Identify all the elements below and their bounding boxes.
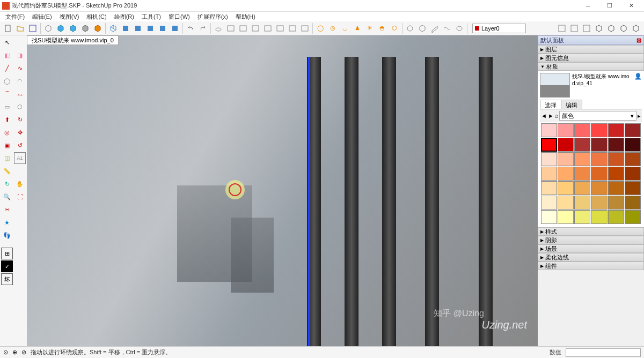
color-swatch[interactable] [625,138,641,152]
section-scenes[interactable]: ▶场景 [538,244,644,253]
nav-fwd-icon[interactable]: ► [548,113,554,119]
color-swatch[interactable] [625,167,641,181]
dome-icon[interactable]: ◓ [376,23,388,34]
ext1-icon[interactable] [556,23,568,34]
color-swatch[interactable] [608,123,624,137]
color-swatch[interactable] [574,152,590,166]
eraser2-tool-icon[interactable]: ◨ [14,49,26,61]
select-tool-icon[interactable]: ↖ [1,36,13,48]
section-soften[interactable]: ▶柔化边线 [538,253,644,262]
color-swatch[interactable] [558,152,574,166]
viewport[interactable]: 找SU模型就来 www.imod.vip_0 知乎 @Uzing Uzing.n… [27,35,538,346]
color-swatch[interactable] [541,123,557,137]
top-icon[interactable] [120,23,131,34]
tray-close-icon[interactable]: ⊠ [636,37,641,44]
color-swatch[interactable] [574,210,590,224]
tape-tool-icon[interactable]: 📏 [1,165,13,177]
nav-home-icon[interactable]: ⌂ [555,113,559,119]
color-swatch[interactable] [558,138,574,152]
ext2-icon[interactable] [568,23,580,34]
open-icon[interactable] [14,23,26,34]
arc-icon[interactable]: ◡ [339,23,351,34]
color-swatch[interactable] [558,210,574,224]
redo-icon[interactable] [197,23,209,34]
color-swatch[interactable] [541,196,557,210]
rect-tool-icon[interactable]: ▭ [1,101,13,113]
status-icon3[interactable]: ⊘ [21,349,26,356]
cube2-icon[interactable] [55,23,67,34]
render1-icon[interactable] [225,23,237,34]
render2-icon[interactable] [237,23,249,34]
color-swatch[interactable] [625,196,641,210]
color-swatch[interactable] [574,123,590,137]
color-swatch[interactable] [558,196,574,210]
color-swatch[interactable] [541,167,557,181]
line-tool-icon[interactable]: ╱ [1,62,13,74]
save-icon[interactable] [27,23,39,34]
color-swatch[interactable] [608,167,624,181]
circle-tool-icon[interactable]: ◯ [1,75,13,87]
arc3-tool-icon[interactable]: ⌓ [14,88,26,100]
box-icon[interactable]: ⬡ [389,23,400,34]
minimize-button[interactable]: ─ [577,1,599,11]
circle-icon[interactable]: ◯ [314,23,326,34]
cube3-icon[interactable] [67,23,79,34]
status-icon2[interactable]: ⊕ [12,349,17,356]
render6-icon[interactable] [287,23,298,34]
color-swatch[interactable] [591,123,607,137]
menu-item[interactable]: 扩展程序(x) [194,12,231,21]
text-tool-icon[interactable]: A1 [14,152,26,164]
render7-icon[interactable] [299,23,311,34]
arc-tool-icon[interactable]: ◠ [14,75,26,87]
menu-item[interactable]: 编辑(E) [29,12,55,21]
push-tool-icon[interactable]: ⬆ [1,114,13,125]
menu-item[interactable]: 工具(T) [138,12,164,21]
ext7-icon[interactable] [630,23,642,34]
color-swatch[interactable] [558,167,574,181]
cube5-icon[interactable] [92,23,104,34]
menu-item[interactable]: 窗口(W) [165,12,193,21]
paint-tool-icon[interactable]: ▣ [1,139,13,151]
color-swatch[interactable] [608,152,624,166]
walk-tool-icon[interactable]: 👣 [1,229,13,241]
sphere-icon[interactable] [404,23,416,34]
status-icon1[interactable]: ⊙ [3,349,8,356]
rotate-tool-icon[interactable]: ↺ [14,139,26,151]
color-swatch[interactable] [625,152,641,166]
color-swatch[interactable] [591,138,607,152]
color-swatch[interactable] [574,138,590,152]
section-tool-icon[interactable]: ✂ [1,204,13,215]
cube1-icon[interactable] [42,23,54,34]
left-icon[interactable] [169,23,181,34]
color-swatch[interactable] [541,210,557,224]
color-swatch[interactable] [591,210,607,224]
wave-icon[interactable] [441,23,453,34]
pan-tool-icon[interactable]: ✋ [14,178,26,190]
color-swatch[interactable] [541,152,557,166]
render5-icon[interactable] [274,23,286,34]
material-menu-icon[interactable]: 👤 [634,73,642,80]
nav-detail-icon[interactable]: ▸ [638,113,641,120]
target-icon[interactable]: ◎ [327,23,339,34]
color-swatch[interactable] [574,196,590,210]
nav-back-icon[interactable]: ◄ [541,113,547,119]
section-entity-info[interactable]: ▶图元信息 [538,54,644,62]
section-styles[interactable]: ▶样式 [538,227,644,236]
tab-edit[interactable]: 编辑 [561,100,582,109]
follow-tool-icon[interactable]: ↻ [14,114,26,125]
viewport-tab[interactable]: 找SU模型就来 www.imod.vip_0 [27,35,119,45]
move-tool-icon[interactable]: ✥ [14,126,26,138]
right-icon[interactable] [144,23,156,34]
check-icon[interactable]: ✓ [1,260,13,272]
close-button[interactable]: ✕ [620,1,642,11]
person-icon[interactable]: ♟ [352,23,363,34]
tray-header[interactable]: 默认面板 ⊠ [538,35,644,45]
sun-icon[interactable]: ☀ [364,23,376,34]
menu-item[interactable]: 视图(V) [56,12,83,21]
color-swatch[interactable] [608,138,624,152]
color-swatch[interactable] [541,138,557,152]
iso-icon[interactable] [107,23,119,34]
color-swatch[interactable] [591,196,607,210]
polygon-tool-icon[interactable]: ⬡ [14,101,26,113]
section-shadows[interactable]: ▶阴影 [538,236,644,244]
